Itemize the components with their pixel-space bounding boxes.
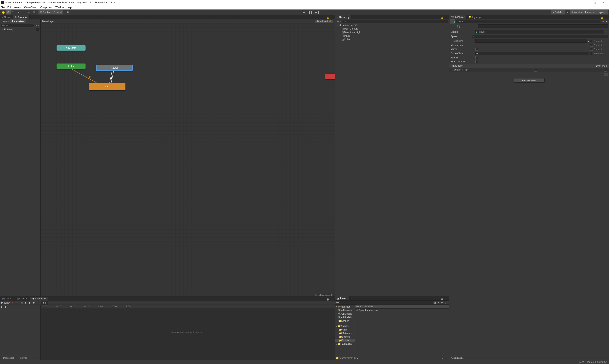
- minimize-button[interactable]: —: [582, 0, 590, 5]
- foot-ik-checkbox[interactable]: [475, 56, 478, 59]
- go-start-button[interactable]: ⏮: [15, 301, 19, 304]
- folder-item[interactable]: 📁Anim: [335, 328, 355, 332]
- create-button[interactable]: ＋▾: [336, 20, 342, 23]
- hand-tool-icon[interactable]: ✋: [1, 10, 6, 14]
- close-button[interactable]: ✕: [599, 0, 608, 5]
- motion-time-param-checkbox[interactable]: [590, 44, 593, 47]
- mute-checkbox[interactable]: [604, 69, 607, 72]
- menu-help[interactable]: Help: [66, 6, 72, 9]
- multiplier-input[interactable]: [475, 39, 587, 43]
- tab-inspector[interactable]: ⓘInspector: [450, 15, 466, 19]
- twisty-icon[interactable]: ▾: [337, 24, 339, 26]
- pivot-mode-button[interactable]: ⊞Center: [39, 10, 52, 14]
- add-key-icon[interactable]: ◆+: [1, 306, 4, 308]
- favorites-row[interactable]: ▾★Favorites: [335, 305, 355, 309]
- scale-tool-icon[interactable]: ⤢: [16, 10, 21, 14]
- multiplier-param-checkbox[interactable]: [590, 40, 593, 42]
- drag-handle-icon[interactable]: ≡: [1, 28, 3, 31]
- hidden-count-icon[interactable]: ⦸3: [444, 301, 449, 304]
- rect-tool-icon[interactable]: ▭: [21, 10, 26, 14]
- assets-row[interactable]: ▾📁Assets: [335, 324, 355, 328]
- tab-console[interactable]: ▤Console: [14, 297, 30, 300]
- help-icon[interactable]: ?: [601, 20, 603, 23]
- favorite-item[interactable]: 🔍All Materia: [335, 309, 355, 312]
- animator-graph[interactable]: Base Layer Auto Live Link Any State Entr…: [41, 19, 335, 296]
- scenes-shortcut[interactable]: 📁Scenes: [335, 319, 355, 323]
- hierarchy-item[interactable]: ◳Main Camera: [335, 27, 450, 30]
- transform-tool-icon[interactable]: ✦: [26, 10, 31, 14]
- write-defaults-checkbox[interactable]: ✓: [475, 60, 478, 63]
- hierarchy-search-input[interactable]: [342, 20, 449, 23]
- cycle-offset-param-checkbox[interactable]: [590, 52, 593, 55]
- cycle-offset-input[interactable]: [475, 52, 589, 55]
- dopesheet-button[interactable]: Dopesheet: [0, 356, 17, 360]
- rotate-tool-icon[interactable]: ↻: [11, 10, 16, 14]
- hierarchy-item[interactable]: ◳Directional Light: [335, 30, 450, 34]
- tab-animator[interactable]: ⊱Animator: [13, 15, 29, 19]
- snap-icon[interactable]: ⊞: [65, 10, 70, 14]
- collab-button[interactable]: ●Collab ▾: [551, 10, 565, 14]
- solo-checkbox[interactable]: [534, 69, 537, 72]
- menu-component[interactable]: Component: [40, 6, 53, 9]
- lock-icon[interactable]: 🔒: [326, 298, 329, 300]
- kebab-icon[interactable]: ⋮: [330, 298, 334, 300]
- step-button[interactable]: ▶❚: [314, 10, 320, 14]
- search-by-label-icon[interactable]: ●: [437, 301, 440, 304]
- layout-button[interactable]: Layout ▾: [596, 10, 608, 14]
- play-anim-button[interactable]: ▶: [24, 301, 28, 304]
- timeline-ruler[interactable]: 0:00 0:10 0:20 0:30 0:40 0:50 1:00: [41, 305, 335, 309]
- param-item[interactable]: ≡ Rotating: [0, 27, 40, 32]
- kebab-icon[interactable]: ⋮: [444, 16, 449, 19]
- folder-item[interactable]: 📁Scripts: [335, 339, 355, 342]
- project-breadcrumb[interactable]: Assets›Scripts: [355, 305, 450, 309]
- tag-input[interactable]: [478, 24, 608, 28]
- folder-item[interactable]: 📁Materials: [335, 332, 355, 335]
- packages-row[interactable]: ▸📁Packages: [335, 342, 355, 346]
- gear-icon[interactable]: ⚙: [606, 20, 608, 23]
- lock-icon[interactable]: 🔒: [326, 16, 329, 19]
- speed-input[interactable]: [472, 35, 608, 38]
- kebab-icon[interactable]: ⋮: [445, 24, 449, 26]
- favorite-item[interactable]: 🔍All Prefabs: [335, 316, 355, 319]
- move-tool-icon[interactable]: ✥: [6, 10, 11, 14]
- kebab-icon[interactable]: ⋮: [604, 16, 608, 19]
- visibility-icon[interactable]: 👁: [36, 20, 40, 23]
- mirror-param-checkbox[interactable]: [590, 48, 593, 51]
- tab-hierarchy[interactable]: ≡Hierarchy: [335, 15, 351, 19]
- menu-file[interactable]: File: [1, 6, 5, 9]
- menu-assets[interactable]: Assets: [14, 6, 21, 9]
- cloud-icon[interactable]: ☁: [565, 10, 570, 14]
- kebab-icon[interactable]: ⋮: [444, 298, 449, 300]
- menu-window[interactable]: Window: [55, 6, 64, 9]
- mirror-checkbox[interactable]: [475, 48, 478, 51]
- pivot-rotation-button[interactable]: ⟲Local: [52, 10, 63, 14]
- frame-field[interactable]: 56: [41, 301, 48, 305]
- param-checkbox[interactable]: [36, 28, 39, 31]
- object-picker-icon[interactable]: ⊙: [604, 30, 608, 34]
- add-param-button[interactable]: ＋▾: [35, 24, 40, 27]
- lock-icon[interactable]: 🔒: [441, 16, 444, 19]
- transition-item[interactable]: ≡ Rotate -> idle: [450, 68, 609, 72]
- next-key-button[interactable]: ▶: [28, 301, 32, 304]
- lock-icon[interactable]: 🔒: [600, 16, 603, 19]
- maximize-button[interactable]: ◻: [590, 0, 599, 5]
- favorite-item[interactable]: 🔍All Models: [335, 312, 355, 316]
- state-name-input[interactable]: [456, 20, 600, 23]
- remove-transition-button[interactable]: −: [604, 73, 608, 76]
- lock-icon[interactable]: 🔒: [441, 298, 444, 300]
- preset-icon[interactable]: ⧉: [603, 20, 605, 23]
- project-file[interactable]: #SpeechInteraction: [355, 309, 450, 312]
- favorite-search-icon[interactable]: ★: [440, 301, 444, 304]
- create-asset-button[interactable]: ＋▾: [336, 301, 339, 304]
- scene-row[interactable]: ▾ ⬢ SampleScene* ⋮: [335, 23, 450, 27]
- go-end-button[interactable]: ⏭: [32, 301, 37, 304]
- parameters-tab[interactable]: Parameters: [10, 19, 26, 23]
- hierarchy-item[interactable]: ◳Plane: [335, 34, 450, 38]
- add-behaviour-button[interactable]: Add Behaviour: [514, 78, 544, 83]
- search-by-type-icon[interactable]: ◨: [433, 301, 437, 304]
- record-button[interactable]: ●: [11, 301, 15, 304]
- hierarchy-item[interactable]: ◳Cube: [335, 38, 450, 41]
- custom-tool-icon[interactable]: ✕: [32, 10, 37, 14]
- curves-button[interactable]: Curves: [17, 356, 30, 360]
- tab-project[interactable]: ▣Project: [335, 297, 349, 300]
